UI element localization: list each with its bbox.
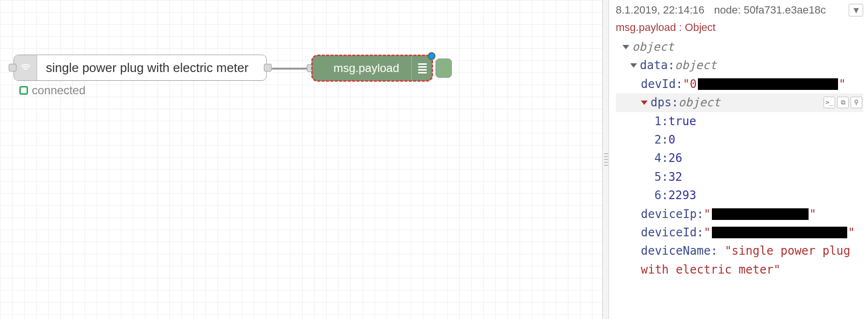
tree-key: devId bbox=[641, 75, 676, 93]
tree-row-dps-5[interactable]: 5: 32 bbox=[616, 168, 863, 186]
tree-key: deviceName bbox=[641, 244, 711, 258]
sidebar-resize-handle[interactable] bbox=[602, 0, 609, 319]
status-text: connected bbox=[32, 84, 86, 97]
chevron-down-icon: ▾ bbox=[854, 4, 859, 16]
tree-row-data[interactable]: data: object bbox=[616, 56, 863, 74]
tree-row-dps-2[interactable]: 2: 0 bbox=[616, 130, 863, 149]
debug-timestamp: 8.1.2019, 22:14:16 bbox=[616, 4, 705, 16]
debug-message-header: 8.1.2019, 22:14:16 node: 50fa731.e3ae18c… bbox=[616, 4, 863, 16]
tree-value: "0 bbox=[683, 75, 697, 93]
tree-key: 5 bbox=[654, 168, 661, 186]
tree-value: 0 bbox=[668, 130, 675, 149]
caret-down-icon[interactable] bbox=[622, 45, 629, 49]
tree-row-dps-6[interactable]: 6: 2293 bbox=[616, 186, 863, 204]
node-source-label: single power plug with electric meter bbox=[37, 60, 257, 75]
tree-row-devid[interactable]: devId: "0 " bbox=[616, 75, 863, 93]
tree-value: 32 bbox=[668, 168, 682, 186]
tree-key: 2 bbox=[654, 130, 661, 149]
tree-key: 6 bbox=[654, 186, 661, 204]
tree-row-dps-4[interactable]: 4: 26 bbox=[616, 149, 863, 167]
node-wire bbox=[272, 68, 312, 70]
caret-down-icon[interactable] bbox=[630, 63, 637, 68]
tree-row-root[interactable]: object bbox=[616, 38, 863, 56]
row-tool-buttons: >_ ⧉ ⚲ bbox=[824, 97, 862, 108]
tree-key: dps bbox=[651, 93, 671, 112]
tree-key: 1 bbox=[654, 112, 661, 130]
tree-key: deviceId bbox=[641, 223, 697, 242]
flow-canvas[interactable]: single power plug with electric meter co… bbox=[0, 0, 602, 319]
tree-value: true bbox=[668, 112, 696, 130]
pin-button[interactable]: ⚲ bbox=[851, 97, 862, 108]
debug-msg-path: msg.payload : Object bbox=[616, 21, 863, 34]
debug-node-id[interactable]: 50fa731.e3ae18c bbox=[744, 4, 826, 16]
type-label: object bbox=[632, 38, 674, 56]
redacted-span bbox=[712, 208, 809, 220]
status-indicator-icon bbox=[19, 86, 28, 95]
grip-icon bbox=[604, 153, 608, 168]
node-debug-label: msg.payload bbox=[312, 61, 411, 75]
debug-sidebar: 8.1.2019, 22:14:16 node: 50fa731.e3ae18c… bbox=[609, 0, 868, 319]
tree-row-deviceip[interactable]: deviceIp: " " bbox=[616, 205, 863, 223]
tree-row-deviceid[interactable]: deviceId: " " bbox=[616, 223, 863, 242]
unsaved-indicator-icon bbox=[428, 52, 435, 60]
wireless-icon bbox=[14, 55, 37, 80]
debug-node-prefix: node: bbox=[714, 4, 741, 16]
debug-toggle-button[interactable] bbox=[435, 58, 452, 78]
node-input-port[interactable] bbox=[9, 64, 16, 72]
node-output-port[interactable] bbox=[264, 64, 272, 72]
tree-row-dps-1[interactable]: 1: true bbox=[616, 112, 863, 130]
caret-down-icon[interactable] bbox=[641, 101, 648, 105]
debug-tree[interactable]: object data: object devId: "0 " dps: obj… bbox=[616, 38, 863, 279]
tree-key: 4 bbox=[654, 149, 661, 167]
tree-row-devicename[interactable]: deviceName: "single power plug with elec… bbox=[616, 242, 863, 279]
copy-value-button[interactable]: ⧉ bbox=[837, 97, 849, 108]
copy-path-button[interactable]: >_ bbox=[824, 97, 835, 108]
debug-message-menu-button[interactable]: ▾ bbox=[849, 4, 863, 16]
tree-row-dps[interactable]: dps: object >_ ⧉ ⚲ bbox=[616, 93, 863, 112]
type-label: object bbox=[675, 56, 717, 74]
tree-value: 2293 bbox=[668, 186, 696, 204]
redacted-span bbox=[698, 78, 838, 90]
redacted-span bbox=[712, 227, 847, 238]
node-status: connected bbox=[19, 84, 86, 97]
tree-key: data bbox=[640, 56, 668, 74]
node-source[interactable]: single power plug with electric meter co… bbox=[14, 55, 267, 81]
tree-value: 26 bbox=[668, 149, 682, 167]
type-label: object bbox=[679, 93, 721, 112]
node-debug[interactable]: msg.payload bbox=[312, 55, 433, 81]
tree-key: deviceIp bbox=[641, 205, 697, 223]
